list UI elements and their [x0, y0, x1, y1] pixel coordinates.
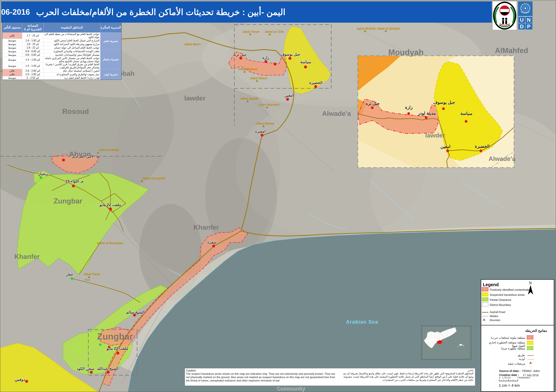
village-dot — [109, 208, 112, 210]
district-label: Alwade'a — [322, 110, 351, 117]
mined-cell: المزارع التي شمال الخط العام /سجن الكود — [44, 39, 100, 42]
inset-village-label: زارة — [405, 105, 413, 110]
caution-ar-heading: تحذير — [340, 369, 473, 372]
village-label: زارة — [263, 55, 269, 60]
table-row: عالي 1.7 - 2كم 2 جوانب الخط العام مع الم… — [2, 32, 121, 39]
swatch-suspected-ar — [527, 341, 533, 345]
legend-item-label: District Boundary — [490, 303, 511, 307]
village-dot — [239, 57, 242, 60]
scale-bar — [499, 379, 518, 381]
inset-village-label: منياسة — [461, 111, 472, 116]
area-cell: 1.8 - 2كم 2 — [22, 46, 44, 49]
legend-ar-item: منطقة مطهرة جزئيا — [483, 347, 525, 350]
village-dot — [288, 57, 291, 60]
col-estimated-area: المساحة التقديرية كم 2 — [22, 23, 44, 32]
village-dot — [314, 85, 317, 88]
legend-line-label: Mountain — [490, 319, 500, 322]
legend-ar-line-label: طريق — [518, 354, 525, 357]
area-cell: 1.4 - 1.6كم 2 — [22, 57, 44, 63]
mountain-label: Jabal Marri — [184, 42, 201, 46]
village-dot — [212, 245, 215, 247]
yemac-emblem-icon — [493, 1, 517, 30]
village-dot — [72, 184, 75, 187]
impact-cell: عالي — [2, 32, 22, 39]
legend-panel: Legend N Positively identified contamina… — [481, 279, 554, 392]
caution-box: Caution: The suspect hazardous areas sho… — [185, 368, 475, 386]
col-impact-level: مستوى التأثير — [2, 23, 22, 32]
wadi-line-icon — [482, 316, 488, 317]
village-label: ملعب 22 مايو — [99, 203, 121, 207]
village-label: سجن الكود — [77, 366, 94, 371]
village-label: دوفس — [15, 377, 25, 382]
asphalt-road-line-icon — [482, 312, 488, 313]
inset-village-label: جبل ثره — [366, 101, 380, 106]
district-label: Rosoud — [62, 108, 89, 115]
scale-unit: Kilometers — [519, 376, 530, 379]
map-date: 06-2016 — [1, 8, 30, 16]
mined-cell: لودر / زارة / الخط العام /نقيل ثره — [44, 76, 100, 80]
mined-cell: أمعين / أمسلامه /سلسلة جبال عكد — [44, 69, 100, 73]
scale-tick: 7 — [517, 376, 518, 379]
mountain-label: Jabal Sarar — [83, 272, 100, 276]
swatch-suspected — [482, 292, 488, 296]
swatch-partial-ar — [527, 346, 533, 350]
inset-village-label: الخضيرة — [475, 144, 490, 149]
legend-item-label: Positively identified contamination — [490, 288, 532, 292]
impact-cell: متوسط — [2, 46, 22, 49]
district-label: Zungbar — [54, 197, 82, 205]
undp-letter: N — [525, 16, 532, 23]
caution-ar-body: المناطق الخطرة المشبوهة التي تظهر على هذ… — [340, 372, 473, 382]
yemen-locator-map — [421, 326, 471, 360]
area-cell: 1.6 - 1.8كم 2 — [22, 39, 44, 42]
caution-heading: Caution: — [186, 369, 335, 372]
legend-ar-line-label: أودية — [519, 357, 525, 361]
area-cell: 1.8 - 2كم 2 — [22, 42, 44, 46]
impact-cell: متوسط — [2, 42, 22, 46]
village-dot — [62, 159, 65, 161]
village-dot — [465, 120, 467, 123]
yemen-landmass — [424, 327, 456, 348]
village-dot — [25, 380, 28, 383]
village-dot-green — [99, 343, 101, 346]
undp-letter: D — [518, 23, 525, 30]
hazard-summary-table: مستوى التأثير المساحة التقديرية كم 2 الم… — [2, 22, 122, 80]
village-dot — [116, 352, 119, 354]
village-label: منياسة — [300, 60, 311, 64]
village-label: جعار — [66, 272, 73, 277]
village-dot — [274, 62, 277, 65]
wadi-line-icon-ar — [527, 359, 534, 360]
inset-district-label: Alwade'a — [489, 155, 516, 162]
village-label: الشيخ عبدالله — [97, 366, 118, 371]
impact-cell: عالي — [2, 73, 22, 76]
mined-cell: الخط العام من مفرق الطرية / قرن كلاسي / … — [44, 63, 100, 69]
village-label: م. اللواء 15 — [65, 179, 84, 184]
mountain-label: Jabal Qawth — [240, 97, 258, 100]
village-label: الخضيرة — [309, 80, 323, 85]
table-row: متوسط 0.6 - 0.8كم 2 ملعب الوحدة /المنشاء… — [2, 49, 121, 53]
village-dot — [261, 134, 263, 137]
impact-cell: متوسط — [2, 39, 22, 42]
legend-line-label: Asphalt Road — [490, 311, 505, 314]
community-watermark: Community — [264, 385, 317, 392]
area-cell: 2.6 - 2.8كم 2 — [22, 69, 44, 73]
mined-cell: جوانب الخط العام مع المنشاءات من نقطة ال… — [44, 32, 100, 39]
scale-tick: 1.75 — [502, 376, 507, 379]
mountain-label: Jabal Taran — [242, 30, 259, 33]
source-label: Source of data : — [499, 369, 520, 373]
undp-letters: U N D P — [518, 16, 532, 30]
legend-item-label: Suspected hazardous areas — [490, 293, 525, 297]
col-mined-areas: المناطق الملغومة — [44, 23, 100, 32]
mountain-icon — [483, 318, 486, 321]
impact-cell: متوسط — [2, 49, 22, 53]
title-bar: اليمن -أبين : خريطة تحديثات الأماكن الخط… — [1, 1, 492, 23]
district-label: Khanfer — [14, 253, 40, 260]
village-dot-green — [39, 176, 42, 179]
mountain-label: Jabal al Qirfyah — [377, 27, 400, 30]
mountain-label: Qarn Murshid — [259, 103, 279, 106]
village-dot — [446, 149, 449, 152]
village-label: جبل ثره — [234, 53, 247, 57]
impact-cell: متوسط — [2, 57, 22, 63]
village-label: م. الأمن المركزي — [72, 154, 99, 159]
inset-map: جبل ثره زارة مدينة لودر جبل يوسوف منياسة… — [358, 56, 516, 168]
mountain-label: Jabal Mishal — [256, 122, 274, 125]
